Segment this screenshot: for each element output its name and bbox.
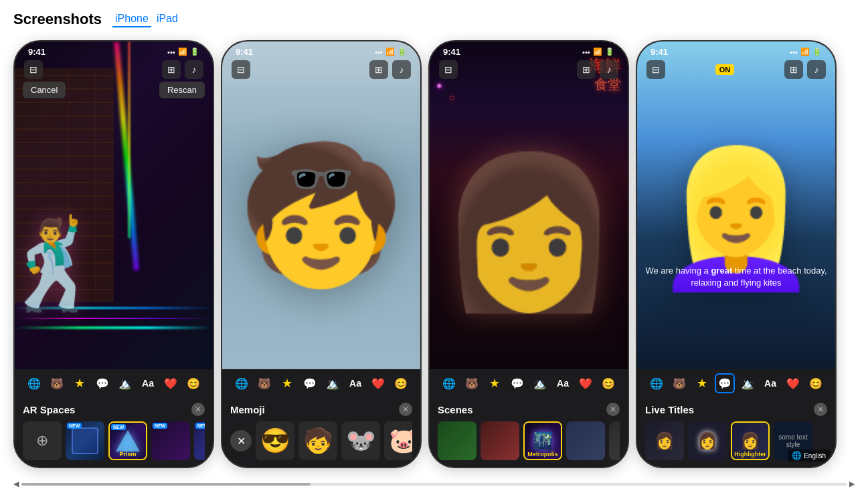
effect-text-3[interactable]: Aa [553,373,573,393]
ar-person-figure: 🕺 [15,214,108,316]
effect-mountain[interactable]: 🏔️ [115,373,135,393]
phone-1-layout-icon[interactable]: ⊞ [162,60,181,79]
effect-bear[interactable]: 🐻 [47,373,67,393]
ar-thumb-1[interactable]: NEW [66,421,104,460]
titles-bg: 👱‍♀️ We are having a great time at the b… [637,41,835,369]
phone-2-panel-close[interactable]: ✕ [399,403,412,416]
ar-thumb-3[interactable]: NEW [151,421,190,460]
effect-smile-3[interactable]: 😊 [598,373,618,393]
effect-star-2[interactable]: ★ [277,373,297,393]
effect-text-4[interactable]: Aa [760,373,780,393]
globe-icon-english: 🌐 [792,451,802,460]
effect-mountain-3[interactable]: 🏔️ [530,373,550,393]
phone-2: 9:41 ▪▪▪ 📶 🔋 ⊟ ⊞ ♪ [221,40,422,468]
effect-globe-2[interactable]: 🌐 [232,373,252,393]
effect-heart[interactable]: ❤️ [161,373,181,393]
phone-1-panel-close[interactable]: ✕ [191,403,205,416]
effect-globe-4[interactable]: 🌐 [646,373,667,393]
ar-thumb-empty[interactable]: ⊕ [23,421,62,460]
wifi-icon: 📶 [178,47,187,56]
phone-3-music-icon[interactable]: ♪ [600,60,618,79]
effect-chat-3[interactable]: 💬 [507,373,527,393]
phone-2-layout-icon[interactable]: ⊞ [369,60,388,79]
phone-1: 9:41 ▪▪▪ 📶 🔋 ⊟ ⊞ ♪ [13,40,214,468]
phone-3-panel-header: Scenes ✕ [438,403,620,416]
tab-iphone[interactable]: iPhone [112,11,151,27]
scenes-thumb-metropolis[interactable]: 🌃 Metropolis [523,421,562,460]
phone-2-panel-title: Memoji [230,404,265,415]
effect-text-2[interactable]: Aa [345,373,365,393]
live-badge: ON [715,64,735,75]
phone-1-music-icon[interactable]: ♪ [185,60,203,79]
effect-chat[interactable]: 💬 [92,373,112,393]
phone-4-back-icon[interactable]: ⊟ [646,60,665,79]
effect-star[interactable]: ★ [70,373,90,393]
effect-bear-2[interactable]: 🐻 [254,373,274,393]
effect-heart-4[interactable]: ❤️ [783,373,803,393]
effect-bear-3[interactable]: 🐻 [462,373,482,393]
cancel-button[interactable]: Cancel [23,82,66,98]
phone-2-toolbar: ⊟ ⊞ ♪ [222,60,420,79]
wifi-icon-2: 📶 [385,47,395,56]
effect-globe-3[interactable]: 🌐 [439,373,459,393]
phone-3-layout-icon[interactable]: ⊞ [577,60,596,79]
phone-4-panel: Live Titles ✕ 👩 👩 [637,397,835,467]
phone-3-panel-close[interactable]: ✕ [606,403,620,416]
phone-1-time: 9:41 [28,47,46,57]
phone-4-time: 9:41 [650,47,668,57]
phone-1-back-icon[interactable]: ⊟ [24,60,43,79]
scenes-thumb-3[interactable] [566,421,605,460]
effect-smile-2[interactable]: 😊 [391,373,411,393]
new-badge-3: NEW [153,423,167,429]
titles-thumb-highlighter[interactable]: 👩 Highlighter [731,421,770,460]
memoji-thumb-1[interactable]: 😎 [256,421,294,460]
memoji-thumb-2[interactable]: 🧒 [298,421,337,460]
memoji-cross-btn[interactable]: ✕ [230,430,252,451]
effect-chat-2[interactable]: 💬 [300,373,320,393]
english-badge: 🌐 English [788,449,830,462]
phone-2-music-icon[interactable]: ♪ [392,60,411,79]
effect-heart-2[interactable]: ❤️ [368,373,388,393]
scroll-track[interactable] [21,483,847,486]
ar-thumb-4[interactable]: NEW [194,421,205,460]
effect-chat-4[interactable]: 💬 [715,373,735,393]
tab-ipad[interactable]: iPad [154,11,181,27]
phone-4-layout-icon[interactable]: ⊞ [784,60,803,79]
effect-globe[interactable]: 🌐 [24,373,44,393]
phone-4-panel-close[interactable]: ✕ [814,403,827,416]
phone-3-screen: 9:41 ▪▪▪ 📶 🔋 ⊟ ⊞ ♪ [430,41,628,467]
scenes-thumb-4[interactable] [609,421,620,460]
scenes-thumb-2[interactable] [481,421,519,460]
titles-person: 👱‍♀️ [637,68,835,369]
phone-1-screen: 9:41 ▪▪▪ 📶 🔋 ⊟ ⊞ ♪ [15,41,213,467]
scroll-right-arrow[interactable]: ▶ [849,480,855,488]
scroll-left-arrow[interactable]: ◀ [13,480,19,488]
phone-3-panel: Scenes ✕ 🌃 [430,397,628,467]
phone-3: 9:41 ▪▪▪ 📶 🔋 ⊟ ⊞ ♪ [428,40,629,468]
phone-4-music-icon[interactable]: ♪ [807,60,826,79]
phone-1-panel-header: AR Spaces ✕ [23,403,205,416]
ar-thumb-prism[interactable]: NEW Prism [108,421,147,460]
titles-thumb-1[interactable]: 👩 [645,421,684,460]
phone-2-status-bar: 9:41 ▪▪▪ 📶 🔋 [222,41,420,60]
scenes-thumb-1[interactable] [438,421,476,460]
memoji-thumb-mouse[interactable]: 🐭 [341,421,380,460]
phone-1-status-icons: ▪▪▪ 📶 🔋 [167,47,199,56]
effect-smile[interactable]: 😊 [183,373,203,393]
phone-3-back-icon[interactable]: ⊟ [439,60,458,79]
titles-thumb-2[interactable]: 👩 [688,421,727,460]
effect-star-4[interactable]: ★ [692,373,712,393]
prism-label: Prism [110,451,146,458]
effect-smile-4[interactable]: 😊 [806,373,826,393]
effect-star-3[interactable]: ★ [485,373,505,393]
memoji-thumb-pink[interactable]: 🐷 [384,421,412,460]
effect-mountain-4[interactable]: 🏔️ [737,373,758,393]
rescan-button[interactable]: Rescan [159,82,205,98]
effect-heart-3[interactable]: ❤️ [576,373,596,393]
phone-4-screen: 9:41 ▪▪▪ 📶 🔋 ⊟ ON ⊞ ♪ [637,41,835,467]
phone-2-back-icon[interactable]: ⊟ [232,60,250,79]
phone-2-thumbnails: ✕ 😎 🧒 🐭 🐷 [230,421,412,460]
effect-bear-4[interactable]: 🐻 [669,373,689,393]
effect-mountain-2[interactable]: 🏔️ [323,373,343,393]
effect-text[interactable]: Aa [138,373,158,393]
